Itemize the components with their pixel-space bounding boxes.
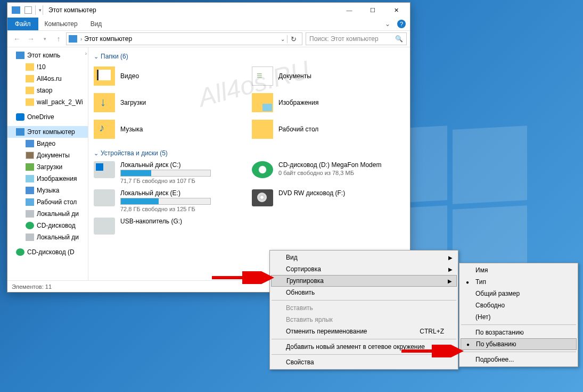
history-dropdown[interactable]: ▾ [38, 32, 51, 45]
breadcrumb[interactable]: Этот компьютер [84, 35, 132, 43]
disk-icon [26, 210, 34, 218]
disk-icon [26, 233, 34, 241]
explorer-window: ▾ Этот компьютер — ☐ ✕ Файл Компьютер Ви… [7, 2, 410, 293]
sidebar-chevron[interactable]: › [85, 51, 87, 56]
search-icon: 🔍 [395, 35, 403, 43]
sidebar-item[interactable]: !10 [7, 61, 88, 73]
drive-e[interactable]: Локальный диск (E:) 72,8 ГБ свободно из … [94, 189, 247, 212]
cd-drive-icon [252, 161, 273, 178]
sidebar-item-disk[interactable]: Локальный ди [7, 231, 88, 243]
sidebar-item-pc-root[interactable]: Этот компь [7, 49, 88, 61]
pc-icon [16, 128, 24, 136]
folder-icon [26, 87, 34, 94]
ctx-paste: Вставить [271, 302, 457, 314]
desktop-folder-icon [252, 120, 273, 139]
ctx-group-name[interactable]: Имя [461, 264, 577, 276]
qat-dropdown[interactable]: ▾ [39, 7, 42, 13]
ctx-paste-shortcut: Вставить ярлык [271, 314, 457, 326]
sidebar-item[interactable]: All4os.ru [7, 73, 88, 85]
sidebar-item-cd[interactable]: CD-дисковод (D [7, 246, 88, 258]
usb-drive-icon [94, 218, 115, 235]
back-button[interactable]: ← [11, 32, 23, 45]
sidebar-item-music[interactable]: Музыка [7, 185, 88, 196]
group-header-folders[interactable]: Папки (6) [94, 53, 405, 60]
ctx-group[interactable]: Группировка▶ [271, 275, 457, 287]
computer-tab[interactable]: Компьютер [38, 20, 84, 28]
documents-icon [26, 152, 34, 159]
dvd-drive-icon [252, 189, 273, 206]
close-button[interactable]: ✕ [384, 3, 408, 18]
ctx-group-asc[interactable]: По возрастанию [461, 327, 577, 338]
ctx-group-desc[interactable]: ●По убыванию [461, 338, 577, 350]
ctx-group-none[interactable]: (Нет) [461, 311, 577, 323]
ctx-undo[interactable]: Отменить переименованиеCTRL+Z [271, 326, 457, 337]
address-bar[interactable]: › Этот компьютер ⌄ ↻ [66, 32, 302, 45]
maximize-button[interactable]: ☐ [361, 3, 384, 18]
documents-folder-icon [252, 66, 273, 86]
group-header-drives[interactable]: Устройства и диски (5) [94, 149, 405, 157]
ctx-group-size[interactable]: Общий размер [461, 288, 577, 299]
ctx-view[interactable]: Вид▶ [271, 252, 457, 263]
sidebar-item-onedrive[interactable]: OneDrive [7, 111, 88, 123]
navigation-pane: › Этот компь !10 All4os.ru staop wall_pa… [7, 47, 88, 280]
sidebar-item-documents[interactable]: Документы [7, 149, 88, 161]
app-icon [12, 6, 20, 14]
folder-downloads[interactable]: Загрузки [94, 91, 247, 114]
downloads-icon [26, 163, 34, 171]
quick-access-toolbar [24, 6, 32, 14]
drive-c[interactable]: Локальный диск (C:) 71,7 ГБ свободно из … [94, 161, 247, 184]
drive-g[interactable]: USB-накопитель (G:) [94, 218, 247, 235]
folder-images[interactable]: Изображения [252, 91, 405, 114]
minimize-button[interactable]: — [338, 3, 361, 18]
sidebar-item-cd[interactable]: CD-дисковод [7, 220, 88, 231]
search-input[interactable]: Поиск: Этот компьютер 🔍 [306, 32, 407, 45]
sidebar-item-this-pc[interactable]: Этот компьютер [7, 126, 88, 138]
titlebar: ▾ Этот компьютер — ☐ ✕ [7, 3, 410, 18]
drive-d[interactable]: CD-дисковод (D:) MegaFon Modem 0 байт св… [252, 161, 405, 184]
drive-usage-bar [120, 170, 211, 177]
sidebar-item-images[interactable]: Изображения [7, 173, 88, 185]
images-icon [26, 175, 34, 182]
up-button[interactable]: ↑ [52, 32, 65, 45]
window-title: Этот компьютер [48, 6, 96, 14]
qat-item[interactable] [24, 6, 32, 14]
navigation-bar: ← → ▾ ↑ › Этот компьютер ⌄ ↻ Поиск: Этот… [7, 30, 410, 47]
address-dropdown-icon[interactable]: ⌄ [278, 36, 287, 42]
pc-icon [69, 35, 77, 43]
onedrive-icon [16, 113, 24, 121]
sidebar-item[interactable]: wall_pack_2_Wi [7, 96, 88, 108]
ctx-group-free[interactable]: Свободно [461, 299, 577, 311]
help-button[interactable]: ? [397, 20, 406, 28]
ctx-group-type[interactable]: ●Тип [461, 276, 577, 288]
sidebar-item-desktop[interactable]: Рабочий стол [7, 196, 88, 208]
ctx-group-more[interactable]: Подробнее... [461, 354, 577, 365]
sidebar-item-disk[interactable]: Локальный ди [7, 208, 88, 220]
ctx-properties[interactable]: Свойства [271, 356, 457, 368]
sidebar-item-video[interactable]: Видео [7, 138, 88, 149]
ribbon-tabs: Файл Компьютер Вид ⌄ ? [7, 18, 410, 30]
refresh-button[interactable]: ↻ [287, 35, 300, 43]
search-placeholder: Поиск: Этот компьютер [309, 35, 379, 43]
forward-button[interactable]: → [24, 32, 37, 45]
folder-icon [26, 75, 34, 82]
drive-icon [94, 161, 115, 178]
folder-documents[interactable]: Документы [252, 64, 405, 88]
images-folder-icon [252, 93, 273, 112]
folder-music[interactable]: Музыка [94, 118, 247, 141]
breadcrumb-arrow[interactable]: › [80, 36, 82, 42]
drive-f[interactable]: DVD RW дисковод (F:) [252, 189, 405, 212]
sidebar-item-downloads[interactable]: Загрузки [7, 161, 88, 173]
annotation-arrow [401, 345, 465, 357]
view-tab[interactable]: Вид [84, 20, 109, 28]
pc-icon [16, 52, 24, 59]
annotation-arrow [212, 271, 276, 284]
folder-video[interactable]: Видео [94, 64, 247, 88]
ctx-sort[interactable]: Сортировка▶ [271, 263, 457, 275]
folder-desktop[interactable]: Рабочий стол [252, 118, 405, 141]
ribbon-collapse-icon[interactable]: ⌄ [382, 20, 393, 28]
sidebar-item[interactable]: staop [7, 85, 88, 96]
file-tab[interactable]: Файл [7, 18, 38, 30]
folder-icon [26, 63, 34, 71]
content-pane[interactable]: Папки (6) Видео Документы Загрузки Изобр… [88, 47, 410, 280]
ctx-refresh[interactable]: Обновить [271, 287, 457, 298]
